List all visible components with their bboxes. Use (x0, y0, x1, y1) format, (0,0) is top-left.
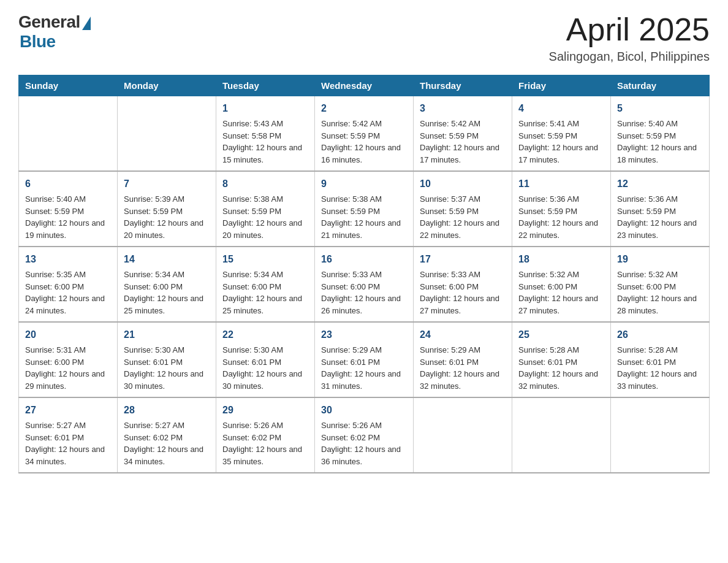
calendar-week-row: 27Sunrise: 5:27 AM Sunset: 6:01 PM Dayli… (19, 397, 710, 473)
day-info: Sunrise: 5:42 AM Sunset: 5:59 PM Dayligh… (321, 118, 407, 166)
logo-triangle-icon (82, 17, 91, 30)
calendar-cell: 26Sunrise: 5:28 AM Sunset: 6:01 PM Dayli… (611, 322, 710, 397)
day-number: 17 (420, 252, 506, 267)
calendar-cell: 23Sunrise: 5:29 AM Sunset: 6:01 PM Dayli… (315, 322, 414, 397)
calendar-header-row: SundayMondayTuesdayWednesdayThursdayFrid… (19, 75, 710, 96)
day-number: 23 (321, 327, 407, 342)
calendar-header-monday: Monday (118, 75, 216, 96)
day-info: Sunrise: 5:40 AM Sunset: 5:59 PM Dayligh… (25, 193, 111, 241)
day-info: Sunrise: 5:38 AM Sunset: 5:59 PM Dayligh… (222, 193, 308, 241)
day-info: Sunrise: 5:34 AM Sunset: 6:00 PM Dayligh… (222, 269, 308, 316)
day-info: Sunrise: 5:28 AM Sunset: 6:01 PM Dayligh… (518, 344, 604, 392)
page-title: April 2025 (549, 12, 710, 47)
day-number: 16 (321, 252, 407, 267)
day-info: Sunrise: 5:31 AM Sunset: 6:00 PM Dayligh… (25, 344, 111, 392)
day-number: 20 (25, 327, 111, 342)
calendar-cell (118, 96, 216, 172)
day-info: Sunrise: 5:39 AM Sunset: 5:59 PM Dayligh… (124, 193, 210, 241)
calendar-cell: 9Sunrise: 5:38 AM Sunset: 5:59 PM Daylig… (315, 171, 414, 247)
day-number: 13 (25, 252, 111, 267)
calendar-cell: 2Sunrise: 5:42 AM Sunset: 5:59 PM Daylig… (315, 96, 414, 172)
day-info: Sunrise: 5:26 AM Sunset: 6:02 PM Dayligh… (321, 419, 407, 467)
logo: General Blue (18, 12, 91, 52)
day-number: 21 (124, 327, 210, 342)
calendar-header-wednesday: Wednesday (315, 75, 414, 96)
day-number: 28 (124, 403, 210, 418)
calendar-header-tuesday: Tuesday (216, 75, 315, 96)
calendar-cell: 4Sunrise: 5:41 AM Sunset: 5:59 PM Daylig… (512, 96, 611, 172)
day-number: 8 (222, 177, 308, 191)
day-number: 10 (420, 177, 506, 191)
day-info: Sunrise: 5:33 AM Sunset: 6:00 PM Dayligh… (420, 269, 506, 316)
day-info: Sunrise: 5:29 AM Sunset: 6:01 PM Dayligh… (420, 344, 506, 392)
calendar-header-saturday: Saturday (611, 75, 710, 96)
day-info: Sunrise: 5:41 AM Sunset: 5:59 PM Dayligh… (518, 118, 604, 166)
day-number: 25 (518, 327, 604, 342)
calendar-cell: 15Sunrise: 5:34 AM Sunset: 6:00 PM Dayli… (216, 247, 315, 322)
day-number: 30 (321, 403, 407, 418)
day-info: Sunrise: 5:37 AM Sunset: 5:59 PM Dayligh… (420, 193, 506, 241)
day-number: 11 (518, 177, 604, 191)
calendar-cell: 3Sunrise: 5:42 AM Sunset: 5:59 PM Daylig… (414, 96, 512, 172)
day-number: 22 (222, 327, 308, 342)
calendar-cell: 14Sunrise: 5:34 AM Sunset: 6:00 PM Dayli… (118, 247, 216, 322)
calendar-cell: 18Sunrise: 5:32 AM Sunset: 6:00 PM Dayli… (512, 247, 611, 322)
calendar-cell: 10Sunrise: 5:37 AM Sunset: 5:59 PM Dayli… (414, 171, 512, 247)
day-info: Sunrise: 5:38 AM Sunset: 5:59 PM Dayligh… (321, 193, 407, 241)
day-info: Sunrise: 5:36 AM Sunset: 5:59 PM Dayligh… (518, 193, 604, 241)
logo-blue-text: Blue (20, 32, 56, 52)
day-info: Sunrise: 5:33 AM Sunset: 6:00 PM Dayligh… (321, 269, 407, 316)
calendar-cell: 28Sunrise: 5:27 AM Sunset: 6:02 PM Dayli… (118, 397, 216, 473)
calendar-cell: 27Sunrise: 5:27 AM Sunset: 6:01 PM Dayli… (19, 397, 118, 473)
day-number: 27 (25, 403, 111, 418)
day-number: 9 (321, 177, 407, 191)
day-info: Sunrise: 5:30 AM Sunset: 6:01 PM Dayligh… (222, 344, 308, 392)
calendar-cell: 11Sunrise: 5:36 AM Sunset: 5:59 PM Dayli… (512, 171, 611, 247)
calendar-cell (19, 96, 118, 172)
day-number: 19 (617, 252, 703, 267)
calendar-cell: 1Sunrise: 5:43 AM Sunset: 5:58 PM Daylig… (216, 96, 315, 172)
day-info: Sunrise: 5:29 AM Sunset: 6:01 PM Dayligh… (321, 344, 407, 392)
day-info: Sunrise: 5:27 AM Sunset: 6:01 PM Dayligh… (25, 419, 111, 467)
day-number: 12 (617, 177, 703, 191)
calendar-cell: 17Sunrise: 5:33 AM Sunset: 6:00 PM Dayli… (414, 247, 512, 322)
calendar-header-sunday: Sunday (19, 75, 118, 96)
day-number: 29 (222, 403, 308, 418)
calendar-table: SundayMondayTuesdayWednesdayThursdayFrid… (18, 75, 710, 473)
calendar-cell: 5Sunrise: 5:40 AM Sunset: 5:59 PM Daylig… (611, 96, 710, 172)
calendar-cell: 12Sunrise: 5:36 AM Sunset: 5:59 PM Dayli… (611, 171, 710, 247)
calendar-cell: 16Sunrise: 5:33 AM Sunset: 6:00 PM Dayli… (315, 247, 414, 322)
day-info: Sunrise: 5:27 AM Sunset: 6:02 PM Dayligh… (124, 419, 210, 467)
day-number: 26 (617, 327, 703, 342)
calendar-header-thursday: Thursday (414, 75, 512, 96)
day-info: Sunrise: 5:28 AM Sunset: 6:01 PM Dayligh… (617, 344, 703, 392)
page-header: General Blue April 2025 Salingogan, Bico… (18, 12, 710, 64)
day-number: 14 (124, 252, 210, 267)
calendar-cell: 20Sunrise: 5:31 AM Sunset: 6:00 PM Dayli… (19, 322, 118, 397)
calendar-header-friday: Friday (512, 75, 611, 96)
day-info: Sunrise: 5:26 AM Sunset: 6:02 PM Dayligh… (222, 419, 308, 467)
day-number: 6 (25, 177, 111, 191)
day-info: Sunrise: 5:40 AM Sunset: 5:59 PM Dayligh… (617, 118, 703, 166)
calendar-cell: 24Sunrise: 5:29 AM Sunset: 6:01 PM Dayli… (414, 322, 512, 397)
day-number: 5 (617, 101, 703, 116)
calendar-cell: 29Sunrise: 5:26 AM Sunset: 6:02 PM Dayli… (216, 397, 315, 473)
calendar-cell: 7Sunrise: 5:39 AM Sunset: 5:59 PM Daylig… (118, 171, 216, 247)
day-number: 1 (222, 101, 308, 116)
day-info: Sunrise: 5:35 AM Sunset: 6:00 PM Dayligh… (25, 269, 111, 316)
calendar-week-row: 20Sunrise: 5:31 AM Sunset: 6:00 PM Dayli… (19, 322, 710, 397)
calendar-cell: 21Sunrise: 5:30 AM Sunset: 6:01 PM Dayli… (118, 322, 216, 397)
day-info: Sunrise: 5:32 AM Sunset: 6:00 PM Dayligh… (518, 269, 604, 316)
page-subtitle: Salingogan, Bicol, Philippines (549, 50, 710, 64)
calendar-cell: 19Sunrise: 5:32 AM Sunset: 6:00 PM Dayli… (611, 247, 710, 322)
calendar-week-row: 1Sunrise: 5:43 AM Sunset: 5:58 PM Daylig… (19, 96, 710, 172)
calendar-week-row: 6Sunrise: 5:40 AM Sunset: 5:59 PM Daylig… (19, 171, 710, 247)
calendar-cell: 6Sunrise: 5:40 AM Sunset: 5:59 PM Daylig… (19, 171, 118, 247)
day-number: 4 (518, 101, 604, 116)
calendar-cell (512, 397, 611, 473)
title-section: April 2025 Salingogan, Bicol, Philippine… (549, 12, 710, 64)
day-info: Sunrise: 5:32 AM Sunset: 6:00 PM Dayligh… (617, 269, 703, 316)
day-number: 2 (321, 101, 407, 116)
calendar-cell: 22Sunrise: 5:30 AM Sunset: 6:01 PM Dayli… (216, 322, 315, 397)
calendar-week-row: 13Sunrise: 5:35 AM Sunset: 6:00 PM Dayli… (19, 247, 710, 322)
